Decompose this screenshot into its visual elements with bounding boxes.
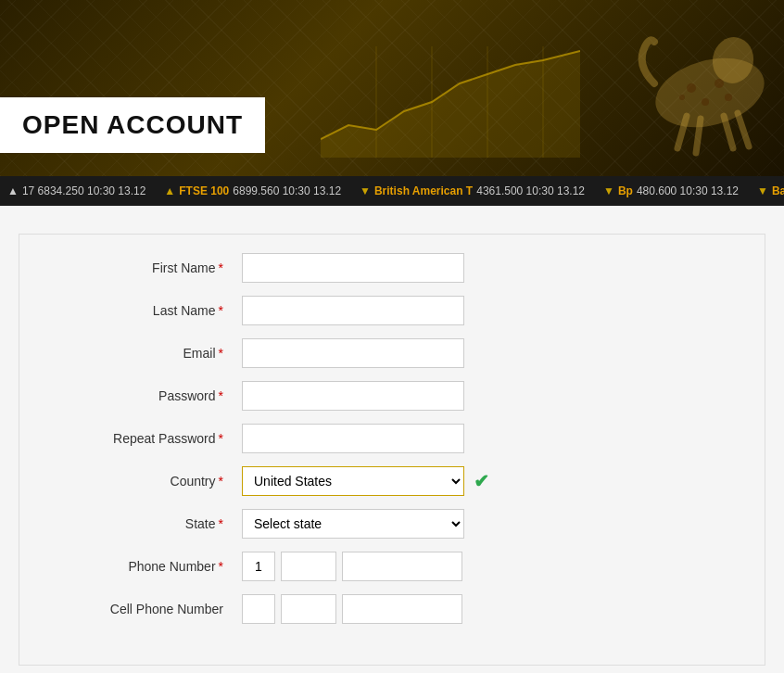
ticker-name: British American T	[374, 184, 473, 197]
first-name-label: First Name*	[57, 260, 242, 275]
repeat-password-label: Repeat Password*	[57, 431, 242, 446]
country-select[interactable]: United States United Kingdom Canada Aust…	[242, 466, 464, 496]
country-row: Country* United States United Kingdom Ca…	[57, 466, 727, 496]
registration-form: First Name* Last Name* Email* Password*	[19, 234, 765, 666]
phone-row: Phone Number*	[57, 552, 727, 581]
svg-point-6	[687, 83, 696, 93]
page-title: OPEN ACCOUNT	[22, 110, 243, 139]
country-label: Country*	[57, 474, 242, 489]
svg-point-8	[714, 79, 724, 88]
svg-point-9	[725, 94, 732, 101]
phone-area-code[interactable]	[281, 552, 336, 581]
cell-phone-group	[242, 594, 462, 624]
repeat-password-row: Repeat Password*	[57, 424, 727, 453]
svg-point-10	[679, 95, 685, 100]
chart-decoration	[321, 46, 580, 158]
svg-point-7	[702, 98, 709, 106]
ticker-name: FTSE 100	[179, 184, 229, 197]
last-name-row: Last Name*	[57, 296, 727, 325]
svg-line-12	[696, 119, 701, 153]
first-name-row: First Name*	[57, 253, 727, 283]
email-label: Email*	[57, 346, 242, 361]
email-input[interactable]	[242, 338, 464, 368]
cell-phone-row: Cell Phone Number	[57, 594, 727, 624]
cheetah-decoration	[599, 9, 784, 176]
email-row: Email*	[57, 338, 727, 368]
ticker-name: Barcla	[772, 184, 784, 197]
password-label: Password*	[57, 388, 242, 403]
ticker-item: ▲ 17 6834.250 10:30 13.12	[7, 184, 145, 197]
state-row: State* Select state Alabama Alaska Arizo…	[57, 509, 727, 539]
ticker-item: ▼ British American T 4361.500 10:30 13.1…	[360, 184, 585, 197]
page-title-banner: OPEN ACCOUNT	[0, 97, 265, 153]
password-row: Password*	[57, 381, 727, 411]
ticker-bar: ▲ 17 6834.250 10:30 13.12 ▲ FTSE 100 689…	[0, 176, 784, 206]
cell-phone-label: Cell Phone Number	[57, 602, 242, 616]
header: OPEN ACCOUNT	[0, 0, 784, 176]
last-name-input[interactable]	[242, 296, 464, 325]
cell-phone-country-code[interactable]	[242, 594, 275, 624]
ticker-item: ▲ FTSE 100 6899.560 10:30 13.12	[164, 184, 341, 197]
ticker-item: ▼ Bp 480.600 10:30 13.12	[603, 184, 739, 197]
ticker-arrow: ▼	[757, 184, 768, 197]
ticker-arrow: ▼	[603, 184, 614, 197]
svg-line-14	[738, 113, 749, 146]
phone-label: Phone Number*	[57, 559, 242, 574]
svg-line-13	[724, 116, 733, 148]
cell-phone-number-input[interactable]	[342, 594, 462, 624]
ticker-item: ▼ Barcla	[757, 184, 784, 197]
state-select[interactable]: Select state Alabama Alaska Arizona Cali…	[242, 509, 464, 539]
state-label: State*	[57, 516, 242, 531]
ticker-arrow: ▼	[360, 184, 371, 197]
ticker-arrow: ▲	[7, 184, 19, 197]
phone-group	[242, 552, 462, 581]
first-name-input[interactable]	[242, 253, 464, 283]
form-container: First Name* Last Name* Email* Password*	[0, 206, 784, 673]
ticker-arrow: ▲	[164, 184, 175, 197]
last-name-label: Last Name*	[57, 303, 242, 318]
password-input[interactable]	[242, 381, 464, 411]
country-valid-icon: ✔	[474, 470, 489, 492]
phone-country-code[interactable]	[242, 552, 275, 581]
repeat-password-input[interactable]	[242, 424, 464, 453]
phone-number-input[interactable]	[342, 552, 462, 581]
ticker-name: Bp	[618, 184, 633, 197]
cell-phone-area-code[interactable]	[281, 594, 336, 624]
